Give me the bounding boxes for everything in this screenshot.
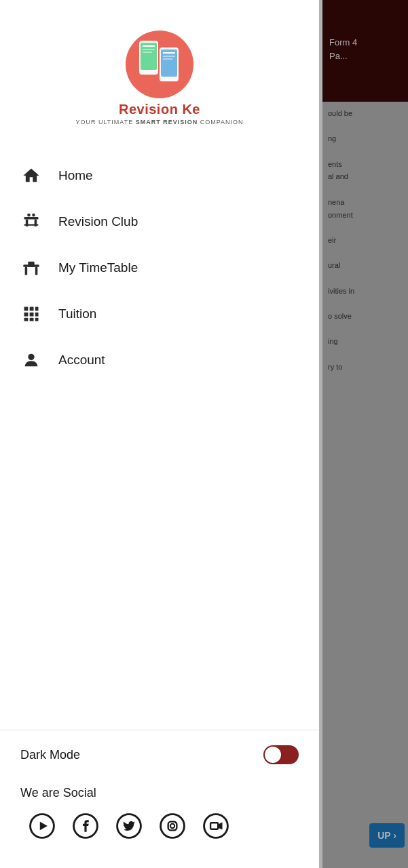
nav-menu: Home Revision Club xyxy=(0,139,319,730)
nav-item-revision-club[interactable]: Revision Club xyxy=(0,199,319,245)
svg-point-39 xyxy=(204,814,228,838)
svg-rect-21 xyxy=(24,307,29,311)
svg-rect-11 xyxy=(24,217,39,220)
toggle-thumb xyxy=(265,747,281,763)
navigation-drawer: Revision Ke YOUR ULTIMATE SMART REVISION… xyxy=(0,0,319,868)
timetable-icon xyxy=(20,257,42,279)
svg-point-35 xyxy=(161,814,185,838)
svg-point-16 xyxy=(32,214,35,217)
svg-rect-27 xyxy=(24,318,29,321)
home-icon xyxy=(20,165,42,186)
svg-rect-22 xyxy=(30,307,34,311)
nav-label-home: Home xyxy=(58,168,93,183)
facebook-icon[interactable] xyxy=(71,811,100,841)
logo-area: Revision Ke YOUR ULTIMATE SMART REVISION… xyxy=(0,0,319,139)
nav-item-home[interactable]: Home xyxy=(0,153,319,199)
svg-rect-14 xyxy=(24,224,39,226)
nav-label-account: Account xyxy=(58,353,105,368)
app-name: Revision Ke xyxy=(119,102,200,117)
video-icon[interactable] xyxy=(201,811,231,841)
nav-label-tuition: Tuition xyxy=(58,307,96,321)
nav-label-timetable: My TimeTable xyxy=(58,260,138,275)
social-title: We are Social xyxy=(20,786,299,800)
logo-image xyxy=(122,27,197,102)
youtube-icon[interactable] xyxy=(27,811,57,841)
social-icons-row xyxy=(20,811,299,841)
dark-mode-label: Dark Mode xyxy=(20,748,80,762)
svg-rect-20 xyxy=(28,262,34,267)
social-section: We are Social xyxy=(0,779,319,868)
svg-rect-23 xyxy=(35,307,39,311)
nav-label-revision-club: Revision Club xyxy=(58,214,138,229)
svg-rect-26 xyxy=(35,313,39,317)
instagram-icon[interactable] xyxy=(157,811,187,841)
svg-rect-18 xyxy=(25,267,28,275)
nav-item-tuition[interactable]: Tuition xyxy=(0,291,319,337)
svg-point-38 xyxy=(175,822,177,823)
nav-item-account[interactable]: Account xyxy=(0,337,319,383)
twitter-icon[interactable] xyxy=(114,811,144,841)
svg-rect-40 xyxy=(210,823,218,829)
svg-rect-24 xyxy=(24,313,29,317)
svg-rect-25 xyxy=(30,313,34,317)
revision-club-icon xyxy=(20,211,42,233)
app-tagline: YOUR ULTIMATE SMART REVISION COMPANION xyxy=(75,119,243,125)
svg-rect-29 xyxy=(35,318,39,321)
svg-point-15 xyxy=(27,214,31,217)
svg-marker-32 xyxy=(40,822,48,831)
nav-item-timetable[interactable]: My TimeTable xyxy=(0,245,319,291)
svg-point-30 xyxy=(28,354,34,360)
dark-mode-row: Dark Mode xyxy=(0,730,319,779)
tuition-icon xyxy=(20,303,42,325)
svg-point-37 xyxy=(170,824,174,828)
svg-rect-19 xyxy=(35,267,38,275)
svg-rect-28 xyxy=(30,318,34,321)
account-icon xyxy=(20,349,42,371)
dark-mode-toggle[interactable] xyxy=(263,745,299,764)
